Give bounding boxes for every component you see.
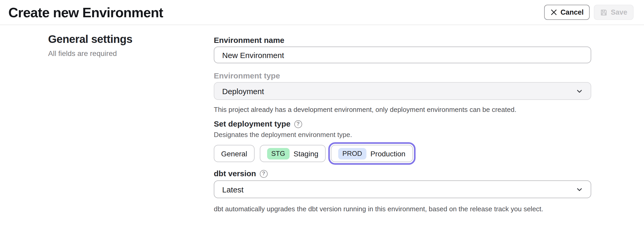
section-subheading: All fields are required [48, 49, 133, 58]
staging-badge: STG [267, 148, 289, 159]
save-button-label: Save [611, 9, 627, 16]
deployment-type-staging-label: Staging [294, 150, 318, 157]
deployment-type-production-label: Production [370, 150, 405, 157]
cancel-button[interactable]: Cancel [544, 5, 590, 20]
deployment-type-helper: Designates the deployment environment ty… [214, 130, 591, 140]
dbt-version-value: Latest [222, 185, 244, 194]
create-environment-page: Create new Environment Cancel [0, 0, 644, 228]
environment-type-value: Deployment [222, 87, 264, 95]
environment-name-input[interactable] [214, 47, 591, 63]
deployment-type-general-label: General [221, 150, 247, 157]
dbt-version-label: dbt version ? [214, 169, 591, 178]
environment-type-select[interactable]: Deployment [214, 82, 591, 100]
help-icon[interactable]: ? [260, 170, 268, 178]
settings-section-intro: General settings All fields are required [48, 33, 133, 58]
dbt-version-select[interactable]: Latest [214, 180, 591, 198]
production-badge: PROD [338, 148, 366, 159]
page-header: Create new Environment Cancel [0, 0, 644, 25]
deployment-type-staging-button[interactable]: STG Staging [260, 145, 326, 162]
close-icon [550, 9, 557, 16]
dbt-version-helper: dbt automatically upgrades the dbt versi… [214, 204, 591, 214]
help-icon[interactable]: ? [294, 120, 302, 128]
deployment-type-production-button[interactable]: PROD Production [331, 145, 413, 162]
deployment-type-label: Set deployment type ? [214, 119, 591, 129]
page-title: Create new Environment [8, 5, 163, 19]
chevron-down-icon [576, 88, 583, 94]
section-heading: General settings [48, 33, 133, 45]
environment-form: Environment name Environment type Deploy… [214, 0, 591, 228]
cancel-button-label: Cancel [560, 9, 584, 16]
deployment-type-general-button[interactable]: General [214, 145, 255, 162]
deployment-type-options: General STG Staging PROD Production [214, 144, 591, 163]
save-button[interactable]: Save [594, 5, 634, 20]
environment-name-label: Environment name [214, 36, 591, 45]
save-icon [600, 9, 608, 16]
chevron-down-icon [576, 186, 583, 193]
header-actions: Cancel Save [544, 5, 634, 20]
environment-type-label: Environment type [214, 71, 591, 81]
environment-type-helper: This project already has a development e… [214, 105, 591, 115]
